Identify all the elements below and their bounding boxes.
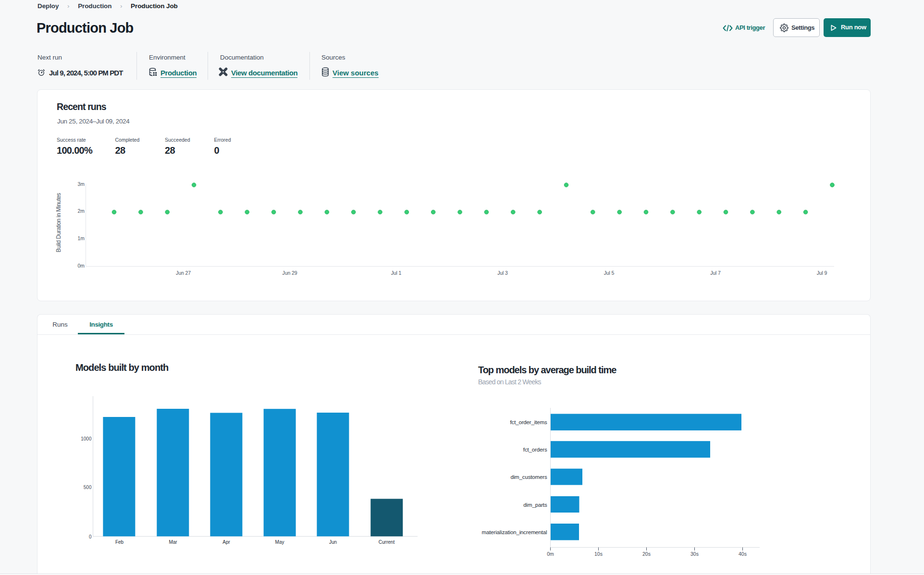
svg-text:dim_customers: dim_customers (510, 474, 547, 480)
svg-text:fct_orders: fct_orders (523, 447, 547, 453)
svg-text:May: May (275, 539, 284, 545)
svg-text:Jun 27: Jun 27 (176, 270, 191, 276)
svg-text:30s: 30s (690, 551, 699, 557)
svg-text:Jul 9: Jul 9 (817, 270, 827, 276)
svg-text:dim_parts: dim_parts (523, 502, 547, 508)
svg-text:20s: 20s (642, 551, 651, 557)
svg-text:Apr: Apr (222, 539, 230, 545)
svg-text:Jul 3: Jul 3 (497, 270, 508, 276)
svg-text:1000: 1000 (81, 436, 92, 441)
svg-text:0m: 0m (547, 551, 554, 557)
svg-text:10s: 10s (594, 551, 603, 557)
svg-text:Mar: Mar (169, 539, 177, 545)
svg-text:0m: 0m (77, 263, 85, 269)
svg-text:Jul 7: Jul 7 (710, 270, 721, 276)
svg-text:Jul 5: Jul 5 (604, 270, 615, 276)
svg-text:Jun 29: Jun 29 (283, 270, 297, 276)
svg-text:Feb: Feb (115, 539, 124, 545)
svg-text:materialization_incremental: materialization_incremental (482, 529, 547, 535)
svg-text:3m: 3m (77, 181, 85, 187)
svg-text:40s: 40s (739, 551, 747, 557)
svg-text:Current: Current (379, 539, 395, 545)
svg-text:Build Duration in Minutes: Build Duration in Minutes (55, 193, 62, 252)
svg-text:fct_order_items: fct_order_items (510, 419, 547, 425)
svg-text:500: 500 (84, 485, 92, 490)
svg-text:0: 0 (89, 534, 92, 539)
svg-text:2m: 2m (77, 208, 85, 214)
svg-text:Jun: Jun (329, 539, 337, 545)
svg-text:1m: 1m (77, 235, 85, 241)
svg-text:Jul 1: Jul 1 (391, 270, 402, 276)
